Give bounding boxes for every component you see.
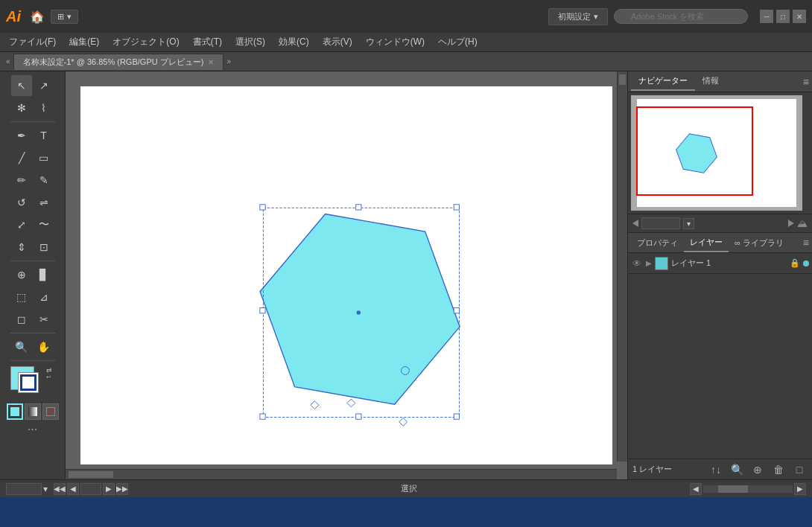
scale-tool-button[interactable]: ⤢ xyxy=(11,214,32,235)
navigator-panel-menu-button[interactable]: ≡ xyxy=(803,76,809,88)
direct-selection-tool-button[interactable]: ↗ xyxy=(34,75,54,96)
column-graph-tool-button[interactable]: ▊ xyxy=(34,264,54,285)
gradient-mode-button[interactable] xyxy=(25,403,41,420)
page-nav-arrows: ◀◀ ◀ 1 ▶ ▶▶ xyxy=(54,483,128,495)
locate-object-button[interactable]: 🔍 xyxy=(729,461,745,478)
stock-search-input[interactable] xyxy=(614,9,748,24)
warp-tool-button[interactable]: 〜 xyxy=(34,214,54,235)
right-panel: ナビゲーター 情報 ≡ xyxy=(627,71,812,479)
layer-count-text: 1 レイヤー xyxy=(632,464,672,475)
canvas-scroll-right[interactable] xyxy=(617,71,627,461)
none-mode-button[interactable] xyxy=(42,403,59,420)
workspace-switcher[interactable]: ⊞ ▾ xyxy=(51,10,78,24)
layer-expand-icon[interactable]: ▶ xyxy=(646,259,652,267)
magic-wand-tool-button[interactable]: ✻ xyxy=(11,98,32,118)
hand-tool-button[interactable]: ✋ xyxy=(34,336,54,357)
layers-panel-menu-button[interactable]: ≡ xyxy=(803,237,809,249)
line-tool-button[interactable]: ╱ xyxy=(11,147,32,168)
delete-layer-button[interactable]: 🗑 xyxy=(770,461,787,478)
maximize-button[interactable]: □ xyxy=(776,10,790,23)
menu-item-v[interactable]: 表示(V) xyxy=(317,33,358,51)
make-sublayer-button[interactable]: ↑↓ xyxy=(708,461,724,478)
selection-tool-button[interactable]: ↖ xyxy=(11,75,32,96)
zoom-dropdown-button[interactable]: ▾ xyxy=(683,218,694,229)
libraries-tab[interactable]: ∞ ライブラリ xyxy=(729,234,790,252)
menu-item-f[interactable]: ファイル(F) xyxy=(3,33,62,51)
tab-collapse-left[interactable]: « xyxy=(3,57,13,66)
document-tab[interactable]: 名称未設定-1* @ 36.85% (RGB/GPU プレビュー) ✕ xyxy=(13,54,224,70)
paintbrush-tool-button[interactable]: ✏ xyxy=(11,170,32,191)
stroke-color-swatch[interactable] xyxy=(18,372,39,393)
shape-tool-button[interactable]: ▭ xyxy=(34,147,54,168)
color-mode-button[interactable] xyxy=(7,403,23,420)
minimize-button[interactable]: ─ xyxy=(760,10,773,23)
navigator-thumbnail xyxy=(631,95,802,211)
properties-tab[interactable]: プロパティ xyxy=(631,234,684,252)
status-zoom-arrow[interactable]: ▾ xyxy=(43,484,48,494)
pencil-tool-button[interactable]: ✎ xyxy=(34,170,54,191)
tab-collapse-right[interactable]: » xyxy=(223,57,234,66)
symbol-sprayer-tool-button[interactable]: ⊕ xyxy=(11,264,32,285)
fill-stroke-modes xyxy=(7,403,59,420)
pen-tool-button[interactable]: ✒ xyxy=(11,125,32,146)
menu-item-h[interactable]: ヘルプ(H) xyxy=(432,33,483,51)
close-button[interactable]: ✕ xyxy=(793,10,806,23)
layer-lock-icon[interactable]: 🔒 xyxy=(790,258,800,268)
tab-label: 名称未設定-1* @ 36.85% (RGB/GPU プレビュー) xyxy=(23,57,204,68)
menu-item-e[interactable]: 編集(E) xyxy=(63,33,105,51)
width-tool-button[interactable]: ⇕ xyxy=(11,237,32,258)
svg-rect-7 xyxy=(356,205,361,210)
home-icon[interactable]: 🏠 xyxy=(30,10,45,24)
rotate-tool-button[interactable]: ↺ xyxy=(11,192,32,213)
zoom-tool-button[interactable]: 🔍 xyxy=(11,336,32,357)
navigator-tab[interactable]: ナビゲーター xyxy=(631,72,695,91)
zoom-decrease-button[interactable] xyxy=(632,220,638,227)
layer-row[interactable]: 👁 ▶ レイヤー 1 🔒 xyxy=(628,253,812,274)
menu-item-o[interactable]: オブジェクト(O) xyxy=(107,33,185,51)
svg-rect-3 xyxy=(260,205,265,210)
menu-item-s[interactable]: 選択(S) xyxy=(229,33,271,51)
menu-item-w[interactable]: ウィンドウ(W) xyxy=(360,33,431,51)
menu-item-t[interactable]: 書式(T) xyxy=(187,33,228,51)
layers-tab[interactable]: レイヤー xyxy=(684,234,729,252)
reflect-tool-button[interactable]: ⇌ xyxy=(34,192,54,213)
canvas-area[interactable] xyxy=(66,71,627,479)
prev-page-button[interactable]: ◀ xyxy=(67,483,79,495)
horizontal-scroll-controls: ◀ ▶ xyxy=(690,483,806,495)
first-page-button[interactable]: ◀◀ xyxy=(54,483,66,495)
zoom-increase-button[interactable] xyxy=(788,220,794,227)
page-number-input[interactable]: 1 xyxy=(80,483,101,495)
tools-panel: ↖ ↗ ✻ ⌇ ✒ T ╱ ▭ ✏ ✎ ↺ ⇌ ⤢ 〜 ⇕ ⊡ xyxy=(0,71,66,479)
type-tool-button[interactable]: T xyxy=(34,125,54,146)
next-page-button[interactable]: ▶ xyxy=(103,483,115,495)
collect-in-new-layer-button[interactable]: ⊕ xyxy=(749,461,766,478)
free-transform-tool-button[interactable]: ⊡ xyxy=(34,237,54,258)
artboard-tool-button[interactable]: ⬚ xyxy=(11,287,32,307)
svg-rect-5 xyxy=(260,414,265,419)
reset-colors-icon[interactable]: ↩ xyxy=(46,374,55,383)
layers-section: プロパティ レイヤー ∞ ライブラリ ≡ 👁 ▶ レイヤー 1 🔒 1 レイヤー xyxy=(628,232,812,479)
taskbar xyxy=(0,497,812,527)
scroll-right-button[interactable]: ▶ xyxy=(794,483,806,495)
layer-thumbnail xyxy=(655,257,668,270)
menu-item-c[interactable]: 効果(C) xyxy=(273,33,315,51)
svg-rect-10 xyxy=(260,308,265,313)
more-tools-button[interactable]: ··· xyxy=(28,423,37,436)
last-page-button[interactable]: ▶▶ xyxy=(116,483,128,495)
zoom-input[interactable]: 36.85% xyxy=(641,217,680,229)
slice-tool-button[interactable]: ⊿ xyxy=(34,287,54,307)
info-tab[interactable]: 情報 xyxy=(695,72,726,91)
window-controls: ─ □ ✕ xyxy=(760,10,806,23)
lasso-tool-button[interactable]: ⌇ xyxy=(34,98,54,118)
scroll-left-button[interactable]: ◀ xyxy=(690,483,702,495)
scissors-tool-button[interactable]: ✂ xyxy=(34,309,54,330)
layer-visibility-icon[interactable]: 👁 xyxy=(631,258,643,269)
tab-close-button[interactable]: ✕ xyxy=(208,58,214,66)
workspace-dropdown[interactable]: 初期設定 ▾ xyxy=(548,8,608,25)
layers-bottom-bar: 1 レイヤー ↑↓ 🔍 ⊕ 🗑 □ xyxy=(628,459,812,479)
status-zoom-input[interactable]: 36.85% xyxy=(6,483,42,495)
canvas-scroll-bottom[interactable] xyxy=(66,469,617,479)
eraser-tool-button[interactable]: ◻ xyxy=(11,309,32,330)
svg-rect-4 xyxy=(454,205,459,210)
new-layer-button[interactable]: □ xyxy=(791,461,808,478)
